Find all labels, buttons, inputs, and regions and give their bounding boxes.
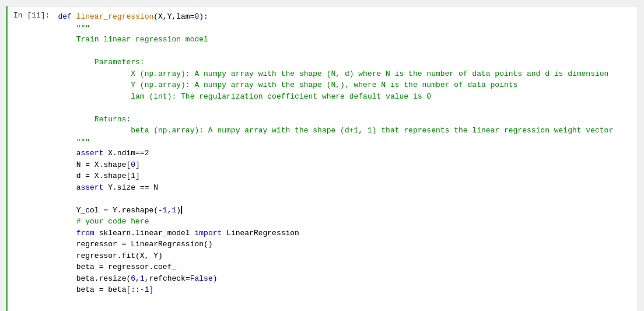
empty-line-4 bbox=[58, 296, 633, 307]
empty-line-3 bbox=[58, 193, 633, 205]
code-line-9: beta (np.array): A numpy array with the … bbox=[58, 125, 633, 137]
code-line-18: regressor = LinearRegression() bbox=[58, 239, 633, 250]
empty-line-2 bbox=[58, 102, 633, 114]
code-line-1: def linear_regression(X,Y,lam=0): bbox=[58, 11, 633, 23]
code-line-11: assert X.ndim==2 bbox=[58, 148, 633, 159]
code-line-21: beta.resize(6,1,refcheck=False) bbox=[58, 273, 633, 285]
cell-label: In [11]: bbox=[8, 6, 55, 311]
code-line-10: """ bbox=[58, 137, 633, 148]
code-line-6: Y (np.array): A numpy array with the sha… bbox=[58, 79, 633, 91]
code-line-4: Parameters: bbox=[58, 57, 633, 68]
code-line-19: regressor.fit(X, Y) bbox=[58, 250, 633, 262]
code-line-3: Train linear regression model bbox=[58, 34, 633, 46]
cell-content[interactable]: def linear_regression(X,Y,lam=0): """ Tr… bbox=[55, 6, 638, 311]
code-line-16: # your code here bbox=[58, 216, 633, 228]
code-line-12: N = X.shape[0] bbox=[58, 159, 633, 171]
code-line-8: Returns: bbox=[58, 114, 633, 125]
code-line-13: d = X.shape[1] bbox=[58, 170, 633, 182]
notebook-cell: In [11]: def linear_regression(X,Y,lam=0… bbox=[6, 6, 638, 311]
empty-line-5 bbox=[58, 307, 633, 311]
empty-line-1 bbox=[58, 46, 633, 57]
code-line-2: """ bbox=[58, 23, 633, 34]
code-line-7: lam (int): The regularization coefficien… bbox=[58, 91, 633, 103]
code-line-20: beta = regressor.coef_ bbox=[58, 261, 633, 273]
code-line-17: from sklearn.linear_model import LinearR… bbox=[58, 228, 633, 239]
code-line-14: assert Y.size == N bbox=[58, 182, 633, 194]
code-line-15: Y_col = Y.reshape(-1,1) bbox=[58, 205, 633, 216]
code-line-22: beta = beta[::-1] bbox=[58, 284, 633, 296]
code-line-5: X (np.array): A numpy array with the sha… bbox=[58, 68, 633, 80]
